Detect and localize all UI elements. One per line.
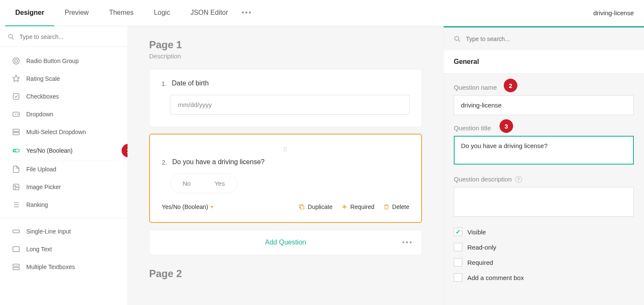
page2-title[interactable]: Page 2 bbox=[149, 268, 422, 280]
question-description-label: Question description ? bbox=[454, 176, 634, 183]
search-icon bbox=[8, 33, 14, 41]
boolean-toggle[interactable]: No Yes bbox=[170, 173, 237, 193]
required-button[interactable]: Required bbox=[341, 203, 375, 210]
add-question-button[interactable]: Add Question bbox=[265, 239, 306, 246]
readonly-checkbox[interactable] bbox=[454, 243, 462, 251]
svg-rect-21 bbox=[13, 264, 19, 266]
search-icon bbox=[454, 35, 461, 43]
toolbox-item-singleline[interactable]: Single-Line Input bbox=[0, 223, 128, 240]
comment-label: Add a comment box bbox=[467, 274, 524, 281]
boolean-yes[interactable]: Yes bbox=[203, 174, 236, 193]
toolbox-search-input[interactable] bbox=[19, 33, 120, 40]
page-title[interactable]: Page 1 bbox=[149, 39, 422, 51]
visible-label: Visible bbox=[467, 228, 486, 236]
selected-element-name: driving-license bbox=[593, 9, 636, 16]
toolbox-item-radio[interactable]: Radio Button Group bbox=[0, 52, 128, 70]
properties-panel: driving-license General Question name 2 … bbox=[443, 26, 644, 305]
svg-rect-10 bbox=[13, 129, 19, 132]
question-type-dropdown[interactable]: Yes/No (Boolean)▾ bbox=[162, 203, 213, 210]
main-tabs: Designer Preview Themes Logic JSON Edito… bbox=[5, 0, 255, 26]
svg-line-25 bbox=[458, 40, 460, 41]
tab-overflow-icon[interactable]: ••• bbox=[238, 0, 255, 26]
question-card-2[interactable]: ⠿ 2. Do you have a driving license? No Y… bbox=[149, 134, 422, 223]
boolean-no[interactable]: No bbox=[171, 174, 203, 193]
readonly-label: Read-only bbox=[467, 244, 496, 251]
date-input[interactable]: mm/dd/yyyy bbox=[170, 95, 410, 115]
comment-checkbox[interactable] bbox=[454, 273, 462, 282]
question-name-label: Question name bbox=[454, 84, 634, 91]
required-label: Required bbox=[467, 259, 493, 266]
help-icon[interactable]: ? bbox=[515, 176, 522, 183]
chevron-down-icon: ▾ bbox=[211, 204, 213, 210]
question-title-input[interactable] bbox=[454, 136, 634, 165]
svg-point-6 bbox=[13, 58, 19, 64]
toolbox-sidebar: Radio Button Group Rating Scale Checkbox… bbox=[0, 26, 128, 305]
properties-search[interactable] bbox=[444, 27, 644, 50]
duplicate-button[interactable]: Duplicate bbox=[298, 203, 332, 210]
annotation-badge-2: 2 bbox=[504, 79, 517, 92]
svg-rect-8 bbox=[13, 93, 19, 99]
question-name-input[interactable] bbox=[454, 95, 634, 115]
svg-rect-22 bbox=[13, 268, 19, 270]
tab-json-editor[interactable]: JSON Editor bbox=[180, 0, 238, 26]
toolbox-item-dropdown[interactable]: Dropdown bbox=[0, 105, 128, 123]
tab-logic[interactable]: Logic bbox=[144, 0, 180, 26]
toolbox-search[interactable] bbox=[0, 26, 128, 47]
toolbox-item-rating[interactable]: Rating Scale bbox=[0, 70, 128, 88]
annotation-badge-1: 1 bbox=[122, 144, 128, 157]
toolbox-item-fileupload[interactable]: File Upload bbox=[0, 160, 128, 178]
question-card-1[interactable]: 1. Date of birth mm/dd/yyyy bbox=[149, 69, 422, 127]
tab-preview[interactable]: Preview bbox=[54, 0, 99, 26]
svg-rect-19 bbox=[13, 230, 19, 233]
drag-handle-icon[interactable]: ⠿ bbox=[162, 145, 409, 158]
design-canvas: Page 1 Description 1. Date of birth mm/d… bbox=[128, 26, 443, 305]
annotation-badge-3: 3 bbox=[500, 119, 513, 133]
toolbox-item-multitext[interactable]: Multiple Textboxes bbox=[0, 258, 128, 276]
add-question-bar: Add Question ••• bbox=[149, 230, 422, 255]
question-title-label: Question title bbox=[454, 124, 634, 132]
required-checkbox[interactable] bbox=[454, 258, 462, 267]
svg-point-15 bbox=[14, 186, 16, 187]
svg-rect-23 bbox=[301, 206, 304, 209]
toolbox-item-boolean[interactable]: Yes/No (Boolean) bbox=[4, 141, 123, 160]
svg-point-24 bbox=[455, 36, 459, 41]
visible-checkbox[interactable] bbox=[454, 228, 462, 236]
toolbox-item-imagepicker[interactable]: Image Picker bbox=[0, 178, 128, 196]
toolbox-item-ranking[interactable]: Ranking bbox=[0, 196, 128, 214]
question-description-input[interactable] bbox=[454, 187, 634, 217]
question-number: 2. bbox=[162, 158, 167, 166]
tab-themes[interactable]: Themes bbox=[99, 0, 144, 26]
svg-point-4 bbox=[8, 34, 12, 38]
toolbox-item-multiselect[interactable]: Multi-Select Dropdown bbox=[0, 123, 128, 141]
svg-line-5 bbox=[12, 38, 14, 39]
svg-point-13 bbox=[14, 150, 16, 152]
properties-search-input[interactable] bbox=[466, 36, 634, 42]
svg-rect-11 bbox=[13, 132, 19, 135]
svg-point-7 bbox=[15, 60, 18, 63]
toolbox-item-checkboxes[interactable]: Checkboxes bbox=[0, 88, 128, 105]
question-title[interactable]: Do you have a driving license? bbox=[172, 158, 265, 166]
svg-rect-20 bbox=[13, 247, 19, 252]
tab-designer[interactable]: Designer bbox=[5, 0, 54, 26]
svg-rect-14 bbox=[13, 184, 19, 190]
toolbox-item-longtext[interactable]: Long Text bbox=[0, 240, 128, 258]
question-number: 1. bbox=[161, 80, 167, 87]
delete-button[interactable]: Delete bbox=[383, 203, 409, 210]
add-question-more-icon[interactable]: ••• bbox=[402, 239, 413, 246]
page-description[interactable]: Description bbox=[149, 52, 422, 60]
question-title[interactable]: Date of birth bbox=[172, 80, 209, 87]
section-general[interactable]: General bbox=[444, 50, 644, 74]
